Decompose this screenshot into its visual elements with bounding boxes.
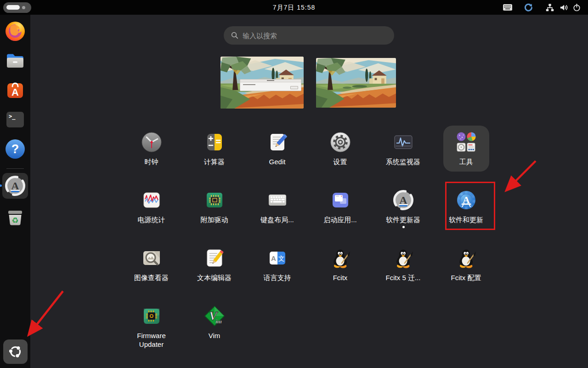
app-label: 图像查看器 (134, 273, 169, 282)
app-calculator[interactable]: 计算器 (183, 126, 246, 184)
app-startup-apps[interactable]: 启动应用... (309, 184, 372, 242)
image-viewer-icon (141, 247, 163, 269)
app-fcitx[interactable]: Fcitx (309, 242, 372, 299)
keyboard-icon[interactable] (503, 4, 512, 11)
terminal-icon: >_ (4, 109, 26, 131)
running-indicator (0, 184, 2, 187)
startup-apps-icon (329, 189, 351, 211)
app-system-monitor[interactable]: 系统监视器 (372, 126, 435, 184)
clock[interactable]: 7月7日 15:58 (0, 0, 588, 15)
app-language-support[interactable]: A文语言支持 (246, 242, 309, 299)
app-label: 键盘布局... (260, 215, 294, 224)
dock-divider (6, 168, 24, 169)
annotation-arrow-software-updates (507, 161, 536, 190)
keyboard-layout-icon (266, 189, 288, 211)
app-label: 文本编辑器 (197, 273, 232, 282)
annotation-arrow-show-apps (29, 291, 63, 334)
drivers-icon (204, 189, 226, 211)
gnome-activities-overview: 7月7日 15:58 (0, 0, 588, 368)
app-keyboard-layout[interactable]: 键盘布局... (246, 184, 309, 242)
software-updates-icon: A (455, 189, 477, 211)
app-power-stats[interactable]: 电源统计 (120, 184, 183, 242)
power-stats-icon (141, 189, 163, 211)
dock: A >_ ? A (0, 15, 30, 368)
app-tools-folder-folder[interactable]: 工具 (435, 126, 498, 184)
trash-icon: ♻ (4, 206, 26, 228)
app-center-icon: A (4, 79, 26, 101)
svg-text:im: im (215, 318, 222, 325)
dock-item-help[interactable]: ? (4, 138, 26, 160)
svg-text:A: A (271, 254, 276, 262)
volume-icon[interactable] (560, 4, 568, 12)
app-gedit[interactable]: Gedit (246, 126, 309, 184)
app-label: Gedit (269, 157, 286, 166)
firefox-icon (4, 20, 26, 42)
app-label: Firmware Updater (126, 331, 177, 349)
running-dot (402, 226, 405, 228)
software-updater-icon: A (392, 189, 414, 211)
app-vim[interactable]: VimVim (183, 299, 246, 357)
firmware-updater-icon (141, 305, 163, 327)
show-apps-icon (7, 343, 24, 360)
files-icon (4, 50, 26, 72)
text-editor-icon (204, 247, 226, 269)
language-support-icon: A文 (266, 247, 288, 269)
app-fcitx[interactable]: Fcitx 配置 (435, 242, 498, 299)
dock-item-trash[interactable]: ♻ (4, 206, 26, 228)
app-label: 软件和更新 (449, 215, 483, 224)
tools-folder-icon (455, 131, 477, 153)
svg-text:文: 文 (278, 255, 284, 262)
dock-item-terminal[interactable]: >_ (4, 109, 26, 131)
status-area[interactable] (503, 0, 581, 15)
workspace-thumbnail-1[interactable] (220, 57, 304, 109)
dialog-window-preview (240, 79, 301, 91)
network-wired-icon[interactable] (546, 4, 554, 12)
app-drivers[interactable]: 附加驱动 (183, 184, 246, 242)
app-label: Fcitx 5 迁... (386, 273, 421, 282)
app-label: 设置 (334, 157, 347, 166)
fcitx-icon (329, 247, 351, 269)
workspace-thumbnail-2[interactable] (316, 58, 396, 108)
app-label: 附加驱动 (201, 215, 228, 224)
app-fcitx[interactable]: Fcitx 5 迁... (372, 242, 435, 299)
app-software-updater[interactable]: A软件更新器 (372, 184, 435, 242)
app-label: 软件更新器 (386, 215, 420, 224)
top-bar: 7月7日 15:58 (0, 0, 588, 15)
software-update-icon[interactable] (524, 3, 533, 12)
app-label: 电源统计 (138, 215, 165, 224)
clock-icon (141, 131, 163, 153)
search-icon (231, 32, 238, 39)
app-label: 计算器 (204, 157, 225, 166)
app-image-viewer[interactable]: 图像查看器 (120, 242, 183, 299)
svg-text:?: ? (11, 142, 19, 156)
app-settings[interactable]: 设置 (309, 126, 372, 184)
app-firmware-updater[interactable]: Firmware Updater (120, 299, 183, 357)
gedit-icon (266, 131, 288, 153)
svg-text:>_: >_ (9, 113, 16, 120)
app-software-updates[interactable]: A软件和更新 (435, 184, 498, 242)
system-monitor-icon (392, 131, 414, 153)
fcitx-icon (455, 247, 477, 269)
app-clock[interactable]: 时钟 (120, 126, 183, 184)
app-label: Fcitx 配置 (451, 273, 481, 282)
svg-text:A: A (11, 86, 19, 98)
power-icon[interactable] (573, 4, 581, 12)
fcitx-icon (392, 247, 414, 269)
search-input[interactable] (243, 32, 387, 40)
search-bar[interactable] (224, 26, 394, 45)
show-apps-button[interactable] (3, 339, 28, 364)
app-label: 启动应用... (323, 215, 357, 224)
app-text-editor[interactable]: 文本编辑器 (183, 242, 246, 299)
app-grid: 时钟计算器Gedit设置系统监视器工具电源统计附加驱动键盘布局...启动应用..… (120, 126, 498, 357)
app-label: 系统监视器 (386, 157, 420, 166)
dock-item-firefox[interactable] (4, 20, 26, 42)
dock-item-software-updater[interactable]: A (2, 173, 28, 199)
dock-item-files[interactable] (4, 50, 26, 72)
app-label: Fcitx (333, 273, 348, 282)
dock-item-app-center[interactable]: A (4, 79, 26, 101)
calculator-icon (204, 131, 226, 153)
app-label: 语言支持 (264, 273, 291, 282)
svg-text:♻: ♻ (11, 216, 18, 225)
help-icon: ? (4, 138, 26, 160)
vim-icon: Vim (204, 305, 226, 327)
